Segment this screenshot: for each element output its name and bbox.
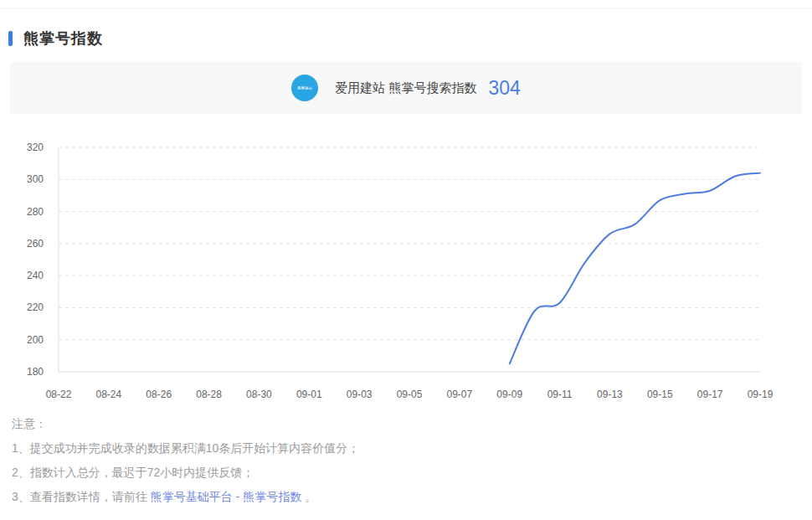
- x-axis-tick-label: 09-11: [547, 389, 573, 400]
- index-line-chart-svg: 18020022024026028030032008-2208-2408-260…: [0, 134, 812, 410]
- page-header: 熊掌号指数: [8, 28, 103, 49]
- note-item-3: 3、查看指数详情，请前往 熊掌号基础平台 - 熊掌号指数 。: [12, 489, 799, 505]
- x-axis-tick-label: 08-26: [146, 389, 172, 400]
- note-item-2: 2、指数计入总分，最迟于72小时内提供反馈；: [12, 465, 799, 481]
- x-axis-tick-label: 08-22: [46, 389, 72, 400]
- xiongzhanghao-platform-link[interactable]: 熊掌号基础平台 - 熊掌号指数: [151, 490, 301, 503]
- site-avatar: 爱用建站: [291, 75, 318, 101]
- x-axis-tick-label: 09-17: [697, 389, 723, 400]
- x-axis-tick-label: 08-28: [196, 389, 222, 400]
- note-item-1: 1、提交成功并完成收录的数据累积满10条后开始计算内容价值分；: [12, 440, 799, 456]
- x-axis-tick-label: 09-01: [296, 389, 322, 400]
- x-axis-tick-label: 09-19: [748, 389, 773, 400]
- index-summary-label: 爱用建站 熊掌号搜索指数: [335, 80, 476, 96]
- note-item-3-prefix: 3、查看指数详情，请前往: [12, 490, 151, 503]
- index-summary-banner: 爱用建站 爱用建站 熊掌号搜索指数 304: [10, 62, 802, 114]
- x-axis-tick-label: 09-07: [447, 389, 473, 400]
- site-avatar-label: 爱用建站: [297, 85, 312, 90]
- y-axis-tick-label: 300: [27, 173, 44, 185]
- y-axis-tick-label: 200: [27, 334, 44, 346]
- y-axis-tick-label: 180: [27, 366, 44, 378]
- index-line-chart: 18020022024026028030032008-2208-2408-260…: [0, 134, 812, 410]
- x-axis-tick-label: 09-15: [647, 389, 673, 400]
- index-value: 304: [488, 77, 520, 100]
- y-axis-tick-label: 260: [27, 238, 44, 250]
- note-item-3-suffix: 。: [301, 490, 316, 503]
- notes-heading: 注意：: [12, 416, 799, 432]
- y-axis-tick-label: 280: [27, 206, 44, 218]
- notes-section: 注意： 1、提交成功并完成收录的数据累积满10条后开始计算内容价值分； 2、指数…: [12, 416, 799, 513]
- page-title: 熊掌号指数: [23, 28, 103, 49]
- top-divider: [0, 8, 812, 9]
- title-accent-bar: [8, 31, 13, 46]
- x-axis-tick-label: 09-09: [496, 389, 522, 400]
- index-line-series: [510, 173, 760, 364]
- x-axis-tick-label: 09-03: [347, 389, 373, 400]
- x-axis-tick-label: 09-13: [597, 389, 623, 400]
- x-axis-tick-label: 08-24: [96, 389, 122, 400]
- y-axis-tick-label: 320: [27, 142, 44, 153]
- y-axis-tick-label: 240: [27, 270, 44, 281]
- x-axis-tick-label: 08-30: [246, 389, 272, 400]
- x-axis-tick-label: 09-05: [397, 389, 423, 400]
- y-axis-tick-label: 220: [27, 301, 44, 313]
